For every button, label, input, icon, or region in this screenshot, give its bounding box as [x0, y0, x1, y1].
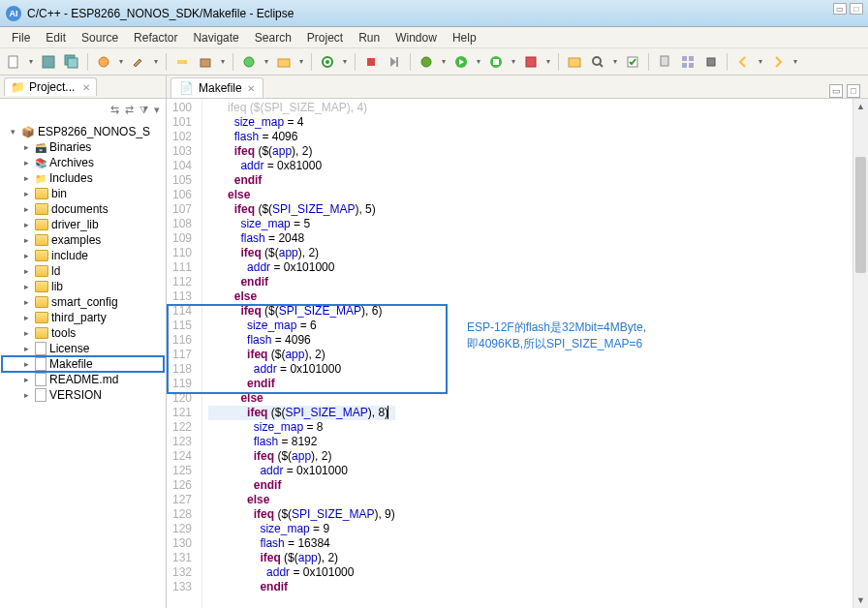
menu-navigate[interactable]: Navigate	[185, 29, 246, 46]
title-bar: AI C/C++ - ESP8266_NONOS_SDK/Makefile - …	[0, 0, 868, 27]
dropdown-icon[interactable]: ▾	[611, 52, 619, 72]
tree-item[interactable]: ▸📁Includes	[2, 170, 164, 186]
makefile-icon: 📄	[179, 81, 194, 95]
view-menu-icon[interactable]: ▾	[154, 104, 160, 116]
svg-rect-18	[569, 58, 580, 67]
menu-window[interactable]: Window	[388, 29, 445, 46]
tree-item[interactable]: ▸📚Archives	[2, 155, 164, 170]
svg-point-13	[421, 57, 431, 67]
dropdown-icon[interactable]: ▾	[152, 52, 160, 72]
dropdown-icon[interactable]: ▾	[219, 52, 227, 72]
menu-search[interactable]: Search	[247, 29, 299, 46]
link-editor-icon[interactable]: ⇄	[125, 104, 134, 116]
hammer-button[interactable]	[129, 52, 148, 72]
maximize-icon[interactable]: □	[850, 3, 863, 15]
run-button[interactable]	[451, 52, 471, 72]
dropdown-icon[interactable]: ▾	[297, 52, 305, 72]
pin-button[interactable]	[655, 52, 674, 72]
tree-item[interactable]: ▸bin	[2, 186, 164, 201]
dropdown-icon[interactable]: ▾	[341, 52, 349, 72]
scroll-up-icon[interactable]: ▲	[853, 99, 868, 114]
grid-button[interactable]	[678, 52, 698, 72]
close-icon[interactable]: ✕	[82, 82, 90, 93]
menu-source[interactable]: Source	[74, 29, 126, 46]
tree-item[interactable]: ▸third_party	[2, 310, 164, 325]
tree-item[interactable]: ▸ld	[2, 263, 164, 279]
menu-file[interactable]: File	[4, 29, 38, 46]
ext-tools-button[interactable]	[521, 52, 541, 72]
tree-item[interactable]: ▸examples	[2, 232, 164, 248]
dropdown-icon[interactable]: ▾	[475, 52, 482, 72]
code-editor[interactable]: 1001011021031041051061071081091101111121…	[167, 99, 868, 608]
svg-rect-5	[177, 60, 187, 64]
collapse-all-icon[interactable]: ⇆	[110, 104, 119, 116]
forward-button[interactable]	[768, 52, 788, 72]
scroll-down-icon[interactable]: ▼	[853, 593, 868, 608]
new-button[interactable]	[4, 52, 23, 72]
dropdown-icon[interactable]: ▾	[440, 52, 448, 72]
toggle-button[interactable]	[172, 52, 192, 72]
chip-button[interactable]	[701, 52, 721, 72]
search-button[interactable]	[588, 52, 607, 72]
debug-button[interactable]	[417, 52, 436, 72]
tree-item[interactable]: ▸🗃️Binaries	[2, 139, 164, 155]
tree-item[interactable]: ▸driver_lib	[2, 217, 164, 232]
save-all-button[interactable]	[62, 52, 81, 72]
editor-tab-makefile[interactable]: 📄 Makefile ✕	[170, 77, 264, 98]
new-folder-button[interactable]	[274, 52, 294, 72]
dropdown-icon[interactable]: ▾	[27, 52, 35, 72]
tab-label: Makefile	[199, 81, 242, 95]
task-button[interactable]	[623, 52, 642, 72]
minimize-icon[interactable]: ▭	[829, 84, 843, 98]
scroll-thumb[interactable]	[855, 157, 866, 273]
project-tree[interactable]: ▾📦ESP8266_NONOS_S▸🗃️Binaries▸📚Archives▸📁…	[0, 120, 166, 608]
svg-rect-1	[43, 56, 54, 68]
open-type-button[interactable]	[565, 52, 584, 72]
tree-item[interactable]: ▸tools	[2, 325, 164, 341]
filter-icon[interactable]: ⧩	[140, 104, 148, 116]
tree-item[interactable]: ▸Makefile	[2, 356, 164, 372]
svg-point-19	[593, 57, 601, 65]
stop-button[interactable]	[361, 52, 381, 72]
package-button[interactable]	[196, 52, 215, 72]
dropdown-icon[interactable]: ▾	[263, 52, 270, 72]
close-icon[interactable]: ✕	[247, 83, 255, 94]
back-button[interactable]	[733, 52, 753, 72]
target-button[interactable]	[318, 52, 337, 72]
dropdown-icon[interactable]: ▾	[544, 52, 552, 72]
tree-item[interactable]: ▸smart_config	[2, 294, 164, 310]
dropdown-icon[interactable]: ▾	[510, 52, 517, 72]
menu-project[interactable]: Project	[299, 29, 351, 46]
svg-rect-24	[689, 56, 694, 61]
skip-button[interactable]	[385, 52, 404, 72]
window-title: C/C++ - ESP8266_NONOS_SDK/Makefile - Ecl…	[27, 7, 294, 20]
tree-item[interactable]: ▸lib	[2, 279, 164, 294]
tree-item[interactable]: ▸documents	[2, 201, 164, 217]
dropdown-icon[interactable]: ▾	[791, 52, 799, 72]
profile-button[interactable]	[486, 52, 506, 72]
code-content[interactable]: ifeq ($(SPI_SIZE_MAP), 4) size_map = 4 f…	[202, 99, 401, 608]
menu-edit[interactable]: Edit	[38, 29, 74, 46]
svg-rect-12	[396, 57, 398, 67]
minimize-icon[interactable]: ▭	[833, 3, 847, 15]
menu-help[interactable]: Help	[445, 29, 484, 46]
maximize-icon[interactable]: □	[847, 84, 860, 98]
tree-item[interactable]: ▸include	[2, 248, 164, 263]
project-explorer-tab[interactable]: 📁 Project... ✕	[4, 77, 97, 96]
menu-refactor[interactable]: Refactor	[126, 29, 185, 46]
build-button[interactable]	[94, 52, 113, 72]
main-toolbar: ▾ ▾ ▾ ▾ ▾ ▾ ▾ ▾ ▾ ▾ ▾ ▾ ▾ ▾	[0, 48, 868, 76]
menu-run[interactable]: Run	[351, 29, 388, 46]
tree-item[interactable]: ▸VERSION	[2, 387, 164, 403]
vertical-scrollbar[interactable]: ▲ ▼	[852, 99, 868, 608]
dropdown-icon[interactable]: ▾	[117, 52, 125, 72]
new-class-button[interactable]	[239, 52, 259, 72]
tree-item[interactable]: ▸License	[2, 341, 164, 356]
svg-rect-25	[682, 63, 687, 68]
tree-item[interactable]: ▸README.md	[2, 372, 164, 387]
annotation-text: ESP-12F的flash是32Mbit=4MByte, 即4096KB,所以S…	[467, 319, 646, 352]
tree-item[interactable]: ▾📦ESP8266_NONOS_S	[2, 124, 164, 139]
svg-rect-17	[526, 57, 536, 67]
dropdown-icon[interactable]: ▾	[757, 52, 764, 72]
save-button[interactable]	[39, 52, 58, 72]
